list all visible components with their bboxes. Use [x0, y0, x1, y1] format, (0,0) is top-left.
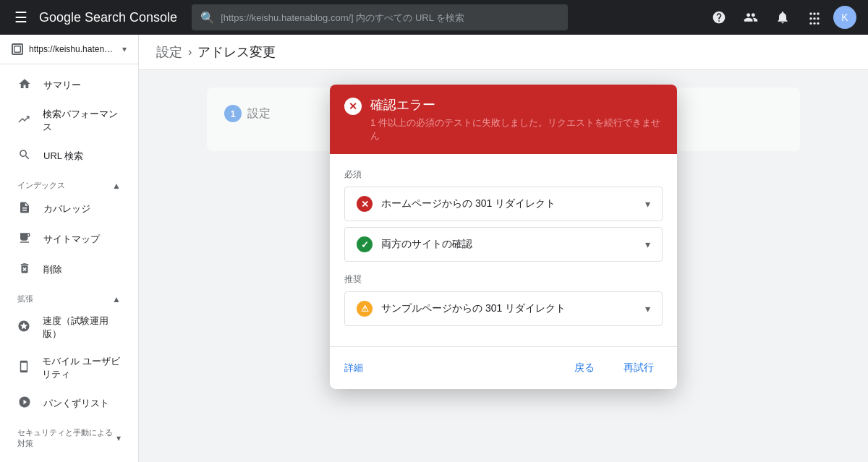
coverage-icon [17, 201, 32, 217]
users-icon[interactable] [738, 4, 764, 30]
dialog-body: 必須 ✕ ホームページからの 301 リダイレクト ▾ ✓ 両方のサイトの確認 … [330, 154, 677, 346]
breadcrumb-parent[interactable]: 設定 [156, 43, 182, 61]
section-label-enhancement: 拡張 [17, 294, 33, 304]
section-arrow-icon: ▲ [112, 181, 121, 191]
dialog-footer-actions: 戻る 再試行 [566, 356, 663, 380]
sidebar-item-label: URL 検索 [43, 150, 83, 163]
sidebar-item-removals[interactable]: 削除 [0, 254, 138, 285]
removals-icon [17, 262, 32, 278]
nav-icon-group: K [706, 4, 856, 30]
page-body: 1 設定 ✕ 確認エラー 1 件以上の必須のテストに失敗しました。リクエストを続… [139, 70, 868, 168]
error-icon: ✕ [344, 98, 362, 115]
check-status-success-icon: ✓ [357, 236, 373, 252]
grid-icon[interactable] [801, 4, 827, 30]
section-arrow-icon: ▾ [116, 433, 121, 443]
property-icon [12, 43, 23, 55]
check-status-warning-icon: ⚠ [357, 301, 373, 317]
section-header-legacy[interactable]: 以前のツールとレポート ▾ [0, 452, 138, 462]
section-label-security: セキュリティと手動による対策 [17, 427, 116, 449]
breadcrumb-icon [17, 395, 32, 411]
check-item-verification[interactable]: ✓ 両方のサイトの確認 ▾ [344, 227, 663, 262]
dialog-overlay: ✕ 確認エラー 1 件以上の必須のテストに失敗しました。リクエストを続行できませ… [139, 70, 868, 168]
avatar[interactable]: K [833, 6, 856, 29]
sidebar-item-url-inspect[interactable]: URL 検索 [0, 141, 138, 171]
search-input[interactable] [221, 12, 559, 23]
speed-icon [17, 320, 31, 335]
sidebar-item-label: 削除 [43, 263, 62, 276]
sidebar-item-label: 速度（試験運用版） [43, 315, 121, 341]
hamburger-icon[interactable]: ☰ [12, 6, 30, 29]
sidebar-item-label: サイトマップ [43, 233, 100, 246]
property-selector[interactable]: https://keishu.hatenablog.co... ▾ [0, 35, 138, 64]
recommended-section-label: 推奨 [344, 273, 663, 286]
sidebar-item-label: モバイル ユーザビリティ [42, 355, 121, 381]
section-header-enhancement[interactable]: 拡張 ▲ [0, 285, 138, 307]
sidebar-item-breadcrumbs[interactable]: パンくずリスト [0, 388, 138, 419]
back-button[interactable]: 戻る [566, 356, 603, 380]
dialog: ✕ 確認エラー 1 件以上の必須のテストに失敗しました。リクエストを続行できませ… [330, 85, 677, 389]
breadcrumb-separator: › [188, 46, 192, 59]
check-label: サンプルページからの 301 リダイレクト [381, 302, 637, 315]
breadcrumb-current: アドレス変更 [197, 43, 276, 61]
check-item-sample-redirect[interactable]: ⚠ サンプルページからの 301 リダイレクト ▾ [344, 291, 663, 326]
sidebar-item-label: 検索パフォーマンス [43, 108, 121, 134]
error-content: 確認エラー 1 件以上の必須のテストに失敗しました。リクエストを続行できません [370, 96, 663, 142]
main-content: 設定 › アドレス変更 1 設定 ✕ 確認エラー [139, 35, 868, 462]
check-chevron-icon: ▾ [645, 239, 650, 250]
property-chevron-icon: ▾ [122, 44, 127, 54]
section-label-index: インデックス [17, 180, 65, 191]
sidebar-item-search-performance[interactable]: 検索パフォーマンス [0, 100, 138, 141]
check-status-error-icon: ✕ [357, 196, 373, 212]
check-item-redirect[interactable]: ✕ ホームページからの 301 リダイレクト ▾ [344, 187, 663, 221]
bell-icon[interactable] [770, 4, 796, 30]
required-section-label: 必須 [344, 168, 663, 181]
sidebar-item-mobile[interactable]: モバイル ユーザビリティ [0, 348, 138, 388]
detail-link[interactable]: 詳細 [344, 362, 363, 375]
breadcrumb: 設定 › アドレス変更 [139, 35, 868, 70]
search-bar: 🔍 [192, 4, 568, 30]
sidebar-item-sitemap[interactable]: サイトマップ [0, 224, 138, 254]
section-header-index[interactable]: インデックス ▲ [0, 171, 138, 194]
sidebar-item-summary[interactable]: サマリー [0, 70, 138, 100]
sidebar-item-label: パンくずリスト [43, 397, 109, 410]
check-chevron-icon: ▾ [645, 303, 650, 315]
app-layout: https://keishu.hatenablog.co... ▾ サマリー 検… [0, 35, 868, 462]
retry-button[interactable]: 再試行 [615, 356, 663, 380]
check-label: 両方のサイトの確認 [381, 238, 637, 251]
help-icon[interactable] [706, 4, 732, 30]
sitemap-icon [17, 231, 32, 247]
error-title: 確認エラー [370, 96, 663, 114]
error-subtitle: 1 件以上の必須のテストに失敗しました。リクエストを続行できません [370, 116, 663, 142]
sidebar-item-speed[interactable]: 速度（試験運用版） [0, 307, 138, 348]
app-title: Google Search Console [39, 10, 177, 25]
section-arrow-icon: ▲ [112, 294, 121, 304]
sidebar-item-coverage[interactable]: カバレッジ [0, 194, 138, 224]
sidebar-item-label: サマリー [43, 79, 81, 92]
sidebar: https://keishu.hatenablog.co... ▾ サマリー 検… [0, 35, 139, 462]
search-icon [17, 148, 32, 164]
section-header-security[interactable]: セキュリティと手動による対策 ▾ [0, 419, 138, 452]
dialog-footer: 詳細 戻る 再試行 [330, 346, 677, 389]
home-icon [17, 77, 32, 93]
top-navigation: ☰ Google Search Console 🔍 K [0, 0, 868, 35]
search-icon: 🔍 [200, 11, 215, 25]
mobile-icon [17, 360, 30, 376]
trend-icon [17, 113, 31, 129]
property-label: https://keishu.hatenablog.co... [29, 44, 116, 54]
check-chevron-icon: ▾ [645, 198, 650, 210]
check-label: ホームページからの 301 リダイレクト [381, 197, 637, 210]
svg-rect-0 [14, 46, 21, 53]
dialog-error-header: ✕ 確認エラー 1 件以上の必須のテストに失敗しました。リクエストを続行できませ… [330, 85, 677, 154]
sidebar-item-label: カバレッジ [43, 202, 90, 215]
sidebar-nav: サマリー 検索パフォーマンス URL 検索 インデックス ▲ [0, 64, 138, 462]
